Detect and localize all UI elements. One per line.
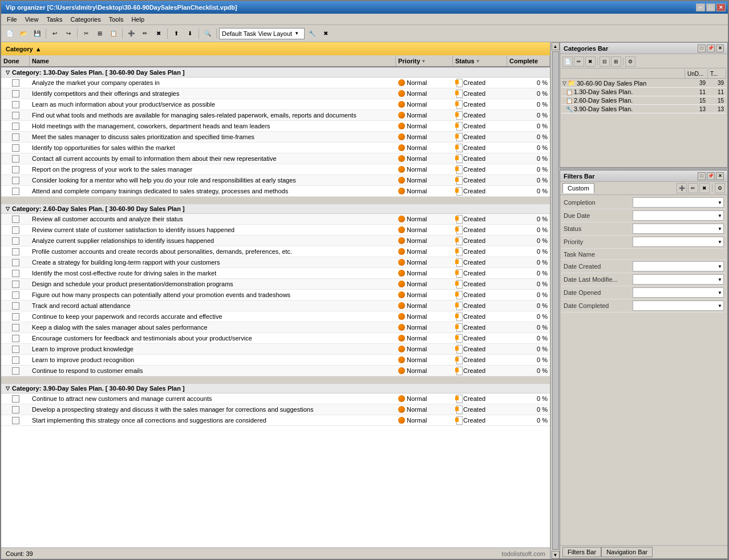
cat-tb-new[interactable]: 📄 <box>562 56 573 67</box>
task-checkbox[interactable] <box>12 133 19 141</box>
filter-dropdown-datelastmodified[interactable]: ▼ <box>633 274 724 285</box>
status-filter-icon[interactable]: ▼ <box>476 59 480 64</box>
filter-dropdown-datecompleted[interactable]: ▼ <box>633 301 724 311</box>
filter-dropdown-priority[interactable]: ▼ <box>633 237 724 247</box>
cat-tb-expand[interactable]: ⊞ <box>611 56 621 67</box>
th-name[interactable]: Name <box>30 56 396 66</box>
tb-delete[interactable]: ✖ <box>152 27 165 40</box>
category-row-1[interactable]: ▽ Category: 1.30-Day Sales Plan. [ 30-60… <box>1 67 550 78</box>
task-checkbox[interactable] <box>12 237 19 245</box>
filter-dropdown-duedate[interactable]: ▼ <box>633 210 724 221</box>
menu-tasks[interactable]: Tasks <box>43 15 66 24</box>
tb-new[interactable]: 📄 <box>3 27 16 40</box>
task-checkbox[interactable] <box>12 291 19 299</box>
tb-edit[interactable]: ✏ <box>139 27 151 40</box>
task-checkbox[interactable] <box>12 177 19 184</box>
maximize-button[interactable]: □ <box>706 3 715 11</box>
th-status[interactable]: Status ▼ <box>453 56 507 66</box>
tb-add[interactable]: ➕ <box>125 27 137 40</box>
menu-help[interactable]: Help <box>128 15 148 24</box>
task-checkbox[interactable] <box>12 324 19 331</box>
tb-layout2[interactable]: ✖ <box>319 27 332 40</box>
filter-dropdown-status[interactable]: ▼ <box>633 224 724 234</box>
category-row-2[interactable]: ▽ Category: 2.60-Day Sales Plan. [ 30-60… <box>1 204 550 214</box>
filter-dropdown-completion[interactable]: ▼ <box>633 197 724 208</box>
cat-tb-settings[interactable]: ⚙ <box>625 56 635 67</box>
task-checkbox[interactable] <box>12 417 19 424</box>
tb-copy[interactable]: ⊞ <box>94 27 106 40</box>
filter-bar-pin-btn[interactable]: 📌 <box>707 172 715 180</box>
cat-tb-edit[interactable]: ✏ <box>574 56 584 67</box>
cat-tree-item-3[interactable]: 🔧 3.90-Day Sales Plan. 13 13 <box>561 105 726 113</box>
filter-tb-delete[interactable]: ✖ <box>699 183 710 193</box>
task-checkbox[interactable] <box>12 259 19 266</box>
task-checkbox[interactable] <box>12 281 19 288</box>
category-row-3[interactable]: ▽ Category: 3.90-Day Sales Plan. [ 30-60… <box>1 383 550 393</box>
filter-tb-edit[interactable]: ✏ <box>688 183 698 193</box>
task-checkbox[interactable] <box>12 144 19 152</box>
cat-tree-item-1[interactable]: 📋 1.30-Day Sales Plan. 11 11 <box>561 88 726 96</box>
cat-tb-delete[interactable]: ✖ <box>585 56 596 67</box>
tb-save[interactable]: 💾 <box>31 27 43 40</box>
layout-dropdown[interactable]: Default Task View Layout ▼ <box>219 28 305 39</box>
menu-tools[interactable]: Tools <box>106 15 127 24</box>
tb-redo[interactable]: ↪ <box>62 27 75 40</box>
task-checkbox[interactable] <box>12 406 19 413</box>
cat1-expand[interactable]: ▽ <box>6 70 10 75</box>
task-checkbox[interactable] <box>12 216 19 223</box>
close-button[interactable]: ✕ <box>716 3 726 11</box>
tb-paste[interactable]: 📋 <box>107 27 120 40</box>
filter-bar-menu-btn[interactable]: □ <box>698 172 706 180</box>
task-checkbox[interactable] <box>12 395 19 403</box>
cat2-expand[interactable]: ▽ <box>6 206 10 212</box>
th-done[interactable]: Done <box>1 56 30 66</box>
th-complete[interactable]: Complete <box>507 56 550 66</box>
filter-dropdown-datecreated[interactable]: ▼ <box>633 261 724 271</box>
cat-tree-root[interactable]: ▽ 📁 30-60-90 Day Sales Plan 39 39 <box>561 79 726 88</box>
tb-search[interactable]: 🔍 <box>201 27 214 40</box>
task-checkbox[interactable] <box>12 270 19 277</box>
scroll-thumb[interactable] <box>552 51 559 550</box>
menu-file[interactable]: File <box>3 15 21 24</box>
filter-bar-close-btn[interactable]: ✕ <box>716 172 724 180</box>
cat-tb-collapse[interactable]: ⊟ <box>600 56 610 67</box>
cat-bar-menu-btn[interactable]: □ <box>698 44 706 52</box>
task-checkbox[interactable] <box>12 248 19 255</box>
cat-tree-item-2[interactable]: 📋 2.60-Day Sales Plan. 15 15 <box>561 96 726 105</box>
cat-root-expand[interactable]: ▽ <box>562 80 566 86</box>
filter-dropdown-dateopened[interactable]: ▼ <box>633 287 724 298</box>
filter-tb-settings[interactable]: ⚙ <box>715 183 725 193</box>
task-checkbox[interactable] <box>12 313 19 320</box>
task-checkbox[interactable] <box>12 101 19 108</box>
tb-cut[interactable]: ✂ <box>80 27 92 40</box>
task-checkbox[interactable] <box>12 226 19 234</box>
minimize-button[interactable]: − <box>696 3 705 11</box>
task-checkbox[interactable] <box>12 123 19 130</box>
task-checkbox[interactable] <box>12 166 19 173</box>
tab-navigation-bar[interactable]: Navigation Bar <box>601 547 653 557</box>
task-checkbox[interactable] <box>12 356 19 364</box>
main-scrollbar[interactable]: ▲ ▼ <box>550 42 560 559</box>
priority-filter-icon[interactable]: ▼ <box>422 59 426 64</box>
task-checkbox[interactable] <box>12 188 19 195</box>
task-checkbox[interactable] <box>12 155 19 163</box>
tb-down[interactable]: ⬇ <box>184 27 196 40</box>
task-checkbox[interactable] <box>12 112 19 119</box>
task-checkbox[interactable] <box>12 302 19 310</box>
cat3-expand[interactable]: ▽ <box>6 385 10 391</box>
cat-bar-close-btn[interactable]: ✕ <box>716 44 724 52</box>
task-checkbox[interactable] <box>12 367 19 375</box>
menu-view[interactable]: View <box>22 15 42 24</box>
tb-up[interactable]: ⬆ <box>170 27 183 40</box>
task-checkbox[interactable] <box>12 335 19 342</box>
menu-categories[interactable]: Categories <box>67 15 104 24</box>
tb-layout1[interactable]: 🔧 <box>306 27 318 40</box>
th-priority[interactable]: Priority ▼ <box>396 56 453 66</box>
task-checkbox[interactable] <box>12 90 19 98</box>
tab-filters-bar[interactable]: Filters Bar <box>562 547 601 557</box>
task-checkbox[interactable] <box>12 346 19 353</box>
cat-bar-pin-btn[interactable]: 📌 <box>707 44 715 52</box>
task-checkbox[interactable] <box>12 79 19 87</box>
filter-tb-new[interactable]: ➕ <box>677 183 687 193</box>
filter-tab-custom[interactable]: Custom <box>562 183 594 193</box>
